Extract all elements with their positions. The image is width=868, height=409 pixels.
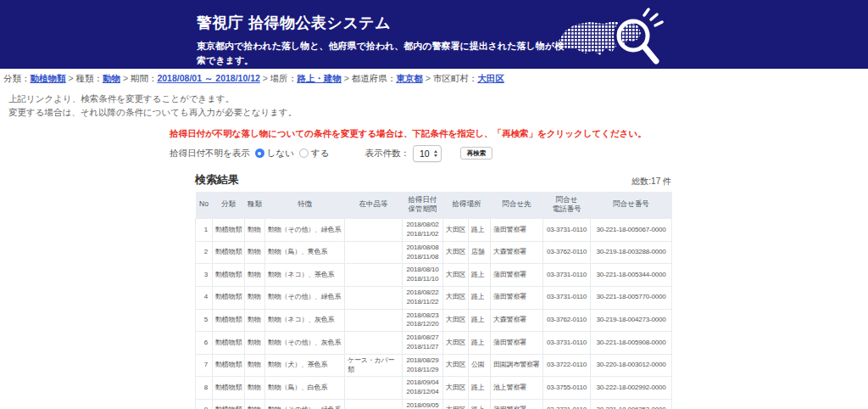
per-page-select[interactable]: 10: [413, 145, 442, 162]
table-cell: 田園調布警察署: [491, 354, 543, 377]
table-cell: 4: [196, 287, 213, 310]
breadcrumb-label: 都道府県：: [352, 73, 397, 83]
breadcrumb-link[interactable]: 東京都: [396, 73, 423, 83]
breadcrumb-separator: >: [66, 73, 76, 83]
table-cell: 蒲田警察署: [491, 264, 543, 287]
table-cell: 30-219-18-004273-0000: [591, 309, 672, 332]
breadcrumb-link[interactable]: 路上・建物: [297, 73, 342, 83]
table-cell: 2: [196, 241, 213, 264]
table-cell: 動物（鳥）、白色系: [265, 377, 345, 400]
breadcrumb-label: 種類：: [75, 73, 103, 83]
table-cell: 動物（鳥）、黄色系: [265, 241, 345, 264]
table-cell: 動物: [245, 354, 265, 377]
table-cell: 動物（犬）、茶色系: [265, 354, 345, 377]
table-cell: 大田区: [443, 377, 469, 400]
breadcrumb-separator: >: [423, 73, 433, 83]
column-header: 特徴: [265, 192, 345, 219]
breadcrumb-label: 分類：: [3, 73, 31, 83]
table-cell: 8: [196, 377, 213, 400]
table-cell: 5: [196, 309, 213, 332]
table-cell: 動物: [245, 219, 265, 242]
table-cell: 9: [196, 400, 213, 409]
table-cell: 公園: [469, 354, 491, 377]
breadcrumb-link[interactable]: 2018/08/01 ～ 2018/10/12: [157, 73, 259, 83]
table-cell: 03-3731-0110: [543, 332, 591, 355]
table-cell: 動植物類: [213, 287, 245, 310]
radio-unselected-icon: [299, 148, 309, 158]
table-cell: 03-3762-0110: [543, 241, 591, 264]
table-cell: 03-3731-0110: [543, 219, 591, 242]
table-cell: 動物: [245, 377, 265, 400]
table-cell: 大田区: [443, 219, 469, 242]
table-header-row: No分類種類特徴在中品等拾得日付 保管期間拾得場所問合せ先問合せ 電話番号問合せ…: [196, 192, 672, 219]
table-cell: 30-222-18-002992-0000: [591, 377, 672, 400]
table-cell: 03-3755-0110: [543, 377, 591, 400]
table-cell: 2018/09/05 2018/12/07: [403, 400, 443, 409]
table-cell: 2018/08/22 2018/11/22: [403, 287, 443, 310]
table-cell: 池上警察署: [491, 377, 543, 400]
table-cell: 動植物類: [213, 377, 245, 400]
instruction-line: 変更する場合は、それ以降の条件についても再入力が必要となります。: [8, 106, 868, 120]
table-row: 5動植物類動物動物（ネコ）、灰色系2018/08/23 2018/12/20大田…: [196, 309, 672, 332]
table-cell: 路上: [469, 332, 491, 355]
table-cell: 動物: [245, 264, 265, 287]
total-count: 総数:17 件: [632, 176, 671, 188]
breadcrumb: 分類：動植物類 > 種類：動物 > 期間：2018/08/01 ～ 2018/1…: [0, 69, 868, 87]
table-cell: 動物（その他）、灰色系: [265, 332, 345, 355]
table-cell: 30-221-18-005770-0000: [591, 287, 672, 310]
breadcrumb-link[interactable]: 大田区: [477, 73, 504, 83]
instructions: 上記リンクより、検索条件を変更することができます。 変更する場合は、それ以降の条…: [8, 92, 868, 120]
breadcrumb-separator: >: [342, 73, 352, 83]
table-cell: 動植物類: [213, 309, 245, 332]
table-cell: 路上: [469, 219, 491, 242]
table-cell: 動植物類: [213, 332, 245, 355]
column-header: 在中品等: [345, 192, 403, 219]
table-cell: 大田区: [443, 287, 469, 310]
breadcrumb-label: 期間：: [131, 73, 158, 83]
tokyo-map-magnifier-icon: [551, 7, 674, 66]
app-subtitle: 東京都内で拾われた落し物と、他府県で拾われ、都内の警察署に提出された落し物が検索…: [197, 39, 565, 68]
research-button[interactable]: 再検索: [460, 147, 493, 160]
table-cell: 蒲田警察署: [491, 287, 543, 310]
table-cell: ケース・カバー類: [345, 354, 403, 377]
instruction-line: 上記リンクより、検索条件を変更することができます。: [8, 92, 868, 106]
table-cell: 大森警察署: [491, 241, 543, 264]
table-row: 7動植物類動物動物（犬）、茶色系ケース・カバー類2018/08/29 2018/…: [196, 354, 672, 377]
table-cell: 動物: [245, 332, 265, 355]
table-cell: 動植物類: [213, 400, 245, 409]
table-cell: 路上: [469, 400, 491, 409]
table-cell: 30-221-18-006353-0000: [591, 400, 672, 409]
table-cell: 動植物類: [213, 241, 245, 264]
radio-label: する: [311, 148, 330, 160]
table-cell: 大森警察署: [491, 309, 543, 332]
table-cell: 蒲田警察署: [491, 400, 543, 409]
table-cell: 30-221-18-005067-0000: [591, 219, 672, 242]
table-cell: 2018/08/02 2018/11/02: [403, 219, 443, 242]
table-row: 3動植物類動物動物（ネコ）、茶色系2018/08/10 2018/11/10大田…: [196, 264, 672, 287]
table-cell: 2018/08/08 2018/11/08: [403, 241, 443, 264]
breadcrumb-label: 市区町村：: [433, 73, 478, 83]
table-cell: 2018/08/10 2018/11/10: [403, 264, 443, 287]
notice-text: 拾得日付が不明な落し物についての条件を変更する場合は、下記条件を指定し、「再検索…: [170, 128, 868, 140]
table-row: 2動植物類動物動物（鳥）、黄色系2018/08/08 2018/11/08大田区…: [196, 241, 672, 264]
table-cell: 大田区: [443, 354, 469, 377]
breadcrumb-link[interactable]: 動植物類: [31, 73, 66, 83]
app-header: 警視庁 拾得物公表システム 東京都内で拾われた落し物と、他府県で拾われ、都内の警…: [0, 0, 868, 69]
table-cell: 30-220-18-003012-0000: [591, 354, 672, 377]
table-row: 1動植物類動物動物（その他）、緑色系2018/08/02 2018/11/02大…: [196, 219, 672, 242]
results-heading: 検索結果: [195, 172, 239, 188]
breadcrumb-link[interactable]: 動物: [103, 73, 120, 83]
table-cell: [345, 377, 403, 400]
per-page-label: 表示件数：: [365, 148, 410, 160]
table-cell: 30-221-18-005344-0000: [591, 264, 672, 287]
app-title: 警視庁 拾得物公表システム: [197, 13, 868, 33]
table-cell: 動物（ネコ）、茶色系: [265, 264, 345, 287]
table-cell: 動物: [245, 241, 265, 264]
radio-option-hide-unknown[interactable]: しない: [255, 148, 294, 160]
table-cell: 30-219-18-003288-0000: [591, 241, 672, 264]
radio-option-show-unknown[interactable]: する: [299, 148, 330, 160]
table-cell: 店舗: [469, 241, 491, 264]
table-cell: 蒲田警察署: [491, 332, 543, 355]
unknown-date-label: 拾得日付不明を表示: [170, 148, 250, 160]
per-page-value: 10: [420, 148, 430, 159]
